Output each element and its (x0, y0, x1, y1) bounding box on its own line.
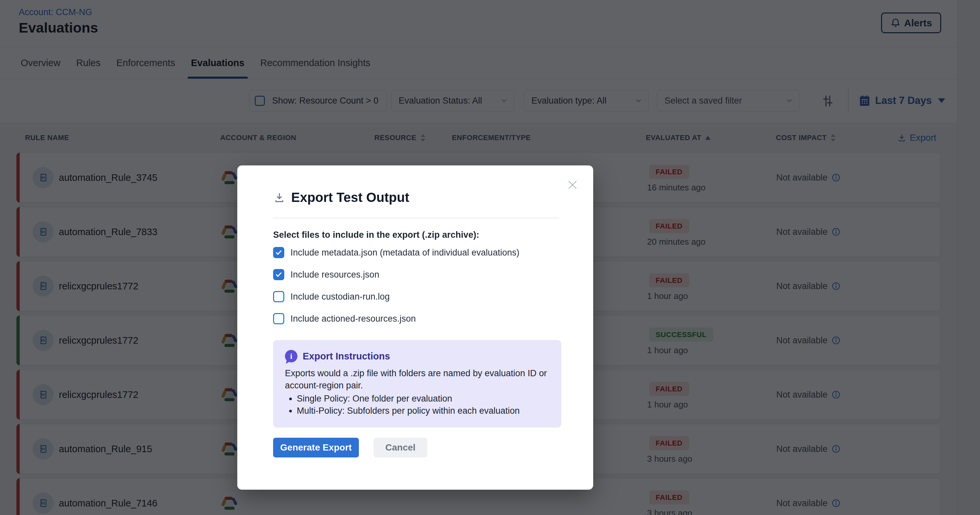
close-icon[interactable] (566, 179, 579, 191)
export-file-option-label: Include metadata.json (metadata of indiv… (291, 248, 519, 258)
export-file-option[interactable]: Include resources.json (273, 269, 519, 280)
instructions-title: Export Instructions (303, 351, 390, 362)
dialog-divider (273, 218, 559, 218)
select-files-label: Select files to include in the export (.… (273, 230, 479, 240)
instructions-body: Exports would a .zip file with folders a… (285, 367, 548, 392)
generate-export-button[interactable]: Generate Export (273, 438, 359, 458)
instructions-header: i Export Instructions (285, 350, 549, 362)
download-icon (274, 192, 285, 204)
export-file-option[interactable]: Include custodian-run.log (273, 291, 519, 302)
export-dialog: Export Test Output Select files to inclu… (237, 166, 593, 489)
export-file-option-label: Include actioned-resources.json (291, 314, 416, 324)
checkbox-icon[interactable] (273, 269, 284, 280)
instruction-bullet: Multi-Policy: Subfolders per policy with… (297, 405, 549, 417)
dialog-title: Export Test Output (291, 190, 409, 205)
dialog-title-row: Export Test Output (274, 190, 409, 205)
instruction-bullet: Single Policy: One folder per evaluation (297, 393, 549, 405)
export-instructions-box: i Export Instructions Exports would a .z… (273, 340, 561, 427)
export-file-option[interactable]: Include metadata.json (metadata of indiv… (273, 247, 519, 258)
checkbox-icon[interactable] (273, 313, 284, 324)
export-file-option-label: Include custodian-run.log (291, 292, 390, 302)
export-file-options: Include metadata.json (metadata of indiv… (273, 247, 519, 324)
checkbox-icon[interactable] (273, 247, 284, 258)
checkbox-icon[interactable] (273, 291, 284, 302)
export-file-option[interactable]: Include actioned-resources.json (273, 313, 519, 324)
instructions-bullets: Single Policy: One folder per evaluation… (285, 393, 549, 417)
dialog-actions: Generate Export Cancel (273, 438, 427, 458)
cancel-button[interactable]: Cancel (374, 438, 427, 458)
export-file-option-label: Include resources.json (291, 269, 379, 280)
info-bubble-icon: i (285, 350, 298, 362)
